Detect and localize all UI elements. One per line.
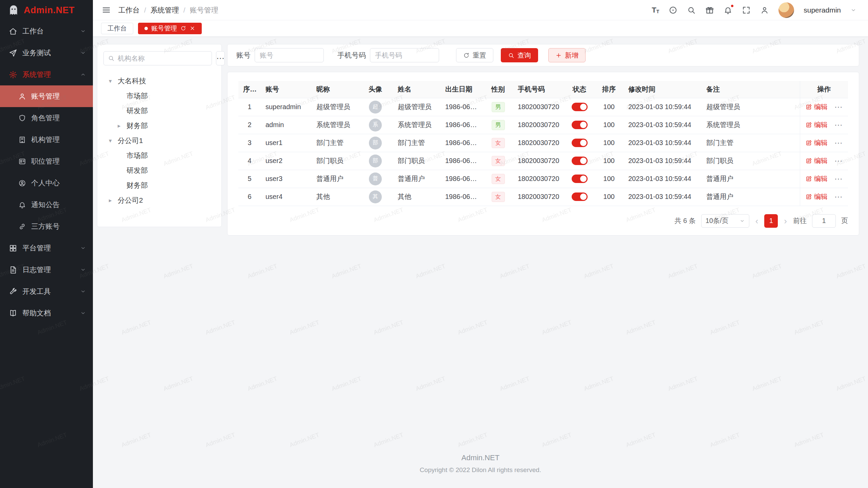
row-more-button[interactable]: ⋯ — [834, 120, 843, 129]
status-toggle[interactable] — [572, 175, 588, 183]
column-header: 序号 — [238, 81, 261, 98]
tree-node[interactable]: 市场部 — [103, 148, 215, 163]
search-icon[interactable] — [687, 6, 696, 15]
fullscreen-icon[interactable] — [742, 6, 751, 15]
org-search-box — [103, 51, 212, 65]
row-more-button[interactable]: ⋯ — [834, 156, 843, 165]
index-cell: 1 — [238, 98, 261, 116]
tree-node[interactable]: ▾大名科技 — [103, 74, 215, 88]
sidebar-item-role[interactable]: 角色管理 — [0, 107, 93, 129]
avatar[interactable] — [778, 2, 794, 18]
total-count: 共 6 条 — [674, 216, 695, 225]
edit-button[interactable]: 编辑 — [806, 156, 828, 165]
tree-node[interactable]: ▸分公司2 — [103, 193, 215, 208]
nickname-cell: 超级管理员 — [312, 98, 358, 116]
caret-right-icon[interactable]: ▸ — [109, 197, 118, 204]
page-number-1[interactable]: 1 — [764, 214, 778, 228]
tree-node[interactable]: ▸财务部 — [103, 118, 215, 133]
user-menu-chevron-down-icon[interactable] — [850, 7, 856, 13]
tree-more-button[interactable]: ⋯ — [216, 51, 225, 65]
account-input[interactable] — [255, 48, 324, 62]
sidebar-item-account[interactable]: 账号管理 — [0, 85, 93, 107]
user-outline-icon[interactable] — [760, 6, 769, 15]
notification-bell-icon[interactable] — [724, 6, 732, 15]
sidebar-item-profile[interactable]: 个人中心 — [0, 172, 93, 194]
phone-cell: 18020030720 — [513, 134, 565, 152]
plus-icon — [555, 52, 562, 59]
caret-down-icon[interactable]: ▾ — [109, 78, 118, 85]
breadcrumb-item-system[interactable]: 系统管理 — [151, 5, 179, 15]
phone-input[interactable] — [370, 48, 439, 62]
sidebar-item-org[interactable]: 机构管理 — [0, 129, 93, 150]
edit-button[interactable]: 编辑 — [806, 138, 828, 147]
sidebar-item-system-management[interactable]: 系统管理 — [0, 64, 93, 85]
sort-cell: 100 — [594, 134, 624, 152]
row-more-button[interactable]: ⋯ — [834, 174, 843, 183]
column-header: 出生日期 — [440, 81, 483, 98]
remark-cell: 超级管理员 — [702, 98, 800, 116]
tree-node[interactable]: 财务部 — [103, 178, 215, 193]
prev-page-button[interactable]: ‹ — [755, 217, 759, 225]
tab-refresh-icon[interactable] — [180, 25, 186, 31]
tree-search-row: ⋯ — [103, 51, 215, 65]
table-header-row: 序号账号昵称头像姓名出生日期性别手机号码状态排序修改时间备注操作 — [238, 81, 848, 98]
tree-node[interactable]: 研发部 — [103, 103, 215, 118]
sidebar-item-notice[interactable]: 通知公告 — [0, 194, 93, 216]
sidebar-item-devtools[interactable]: 开发工具 — [0, 281, 93, 302]
tab-workbench[interactable]: 工作台 — [101, 23, 133, 34]
logo[interactable]: Admin.NET — [0, 0, 93, 20]
theme-gift-icon[interactable] — [705, 6, 714, 15]
avatar-cell: 部 — [358, 134, 393, 152]
gender-cell: 女 — [483, 134, 513, 152]
sidebar-item-workbench[interactable]: 工作台 — [0, 20, 93, 42]
breadcrumb-item-workbench[interactable]: 工作台 — [118, 5, 140, 15]
search-button[interactable]: 查询 — [501, 48, 538, 62]
reset-button[interactable]: 重置 — [456, 48, 493, 62]
status-toggle[interactable] — [572, 192, 588, 201]
caret-down-icon[interactable]: ▾ — [109, 137, 118, 144]
sidebar-item-business-test[interactable]: 业务测试 — [0, 42, 93, 64]
edit-button[interactable]: 编辑 — [806, 174, 828, 183]
goto-page-input[interactable] — [812, 214, 836, 228]
avatar: 系 — [369, 119, 382, 131]
tree-node[interactable]: ▾分公司1 — [103, 133, 215, 148]
edit-button[interactable]: 编辑 — [806, 192, 828, 201]
edit-button[interactable]: 编辑 — [806, 102, 828, 111]
row-more-button[interactable]: ⋯ — [834, 138, 843, 147]
status-toggle[interactable] — [572, 139, 588, 147]
bell-icon — [18, 201, 26, 209]
tree-node[interactable]: 市场部 — [103, 88, 215, 103]
sidebar-item-logs[interactable]: 日志管理 — [0, 259, 93, 281]
next-page-button[interactable]: › — [783, 217, 788, 225]
component-size-icon[interactable] — [669, 6, 677, 15]
status-toggle[interactable] — [572, 121, 588, 129]
avatar: 部 — [369, 137, 382, 149]
grid-icon — [9, 244, 17, 252]
username[interactable]: superadmin — [804, 6, 841, 14]
sidebar-item-thirdparty[interactable]: 三方账号 — [0, 216, 93, 237]
avatar-cell: 部 — [358, 152, 393, 170]
breadcrumb-item-account: 账号管理 — [190, 5, 218, 15]
remark-cell: 系统管理员 — [702, 116, 800, 134]
add-button[interactable]: 新增 — [548, 48, 586, 62]
page-size-select[interactable]: 10条/页 — [701, 214, 749, 228]
tree-node[interactable]: 研发部 — [103, 163, 215, 178]
tab-account-management[interactable]: 账号管理 — [138, 23, 202, 34]
font-size-icon[interactable]: TT — [652, 6, 659, 14]
status-cell — [565, 152, 594, 170]
sidebar-item-platform[interactable]: 平台管理 — [0, 237, 93, 259]
account-label: 账号 — [236, 50, 251, 60]
tab-close-icon[interactable] — [190, 25, 195, 31]
sidebar-item-position[interactable]: 职位管理 — [0, 150, 93, 172]
hamburger-menu-icon[interactable] — [102, 5, 111, 15]
sidebar-item-help[interactable]: 帮助文档 — [0, 302, 93, 324]
row-more-button[interactable]: ⋯ — [834, 192, 843, 201]
caret-right-icon[interactable]: ▸ — [118, 122, 126, 129]
status-toggle[interactable] — [572, 157, 588, 165]
org-search-input[interactable] — [118, 55, 208, 62]
actions-cell: 编辑⋯ — [800, 152, 848, 170]
status-toggle[interactable] — [572, 103, 588, 111]
edit-button[interactable]: 编辑 — [806, 120, 828, 129]
index-cell: 6 — [238, 188, 261, 206]
row-more-button[interactable]: ⋯ — [834, 102, 843, 111]
